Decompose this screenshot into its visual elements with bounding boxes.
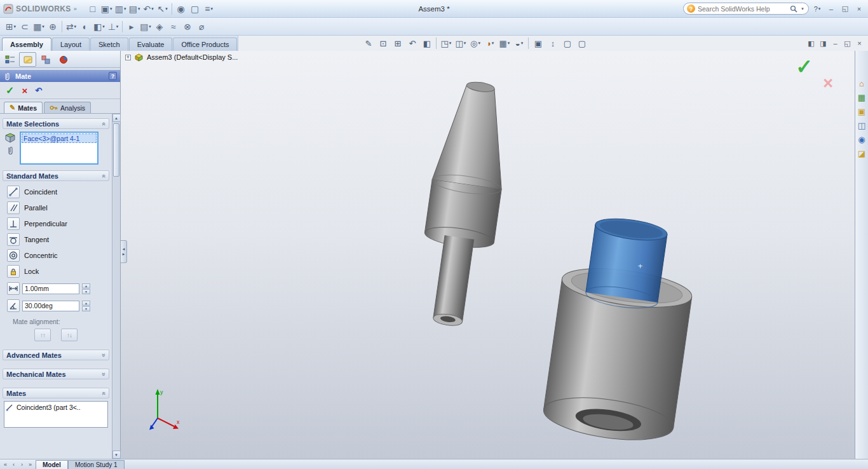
- cylinder-part[interactable]: [541, 212, 701, 447]
- parallel-mate-button[interactable]: Parallel: [3, 200, 109, 215]
- scrollbar-thumb[interactable]: [113, 123, 119, 177]
- propertymanager-tab[interactable]: [19, 52, 36, 67]
- angle-decrement-button[interactable]: ▼: [82, 306, 90, 311]
- move-component-button[interactable]: ⇄▾: [64, 20, 78, 34]
- rebuild-button[interactable]: ◉: [174, 2, 188, 16]
- new-button[interactable]: □: [86, 2, 100, 16]
- collapse-toolbar-button[interactable]: ▢: [574, 37, 589, 50]
- confirm-cancel-button[interactable]: ×: [823, 74, 833, 93]
- apply-scene-button[interactable]: ▦▾: [497, 37, 512, 50]
- search-icon[interactable]: [790, 5, 797, 13]
- model-scene[interactable]: + y x: [121, 51, 855, 459]
- smart-fasteners-button[interactable]: ⊕: [46, 20, 60, 34]
- design-library-button[interactable]: ▦: [856, 90, 868, 104]
- distance-increment-button[interactable]: ▲: [82, 283, 90, 289]
- search-scope-caret-icon[interactable]: ▾: [800, 3, 805, 15]
- angle-increment-button[interactable]: ▲: [82, 301, 90, 306]
- search-box[interactable]: ? ▾: [683, 3, 809, 15]
- menu-expand-icon[interactable]: »: [74, 6, 77, 12]
- mechanical-mates-header[interactable]: Mechanical Mates «: [3, 369, 109, 379]
- dimxpertmanager-tab[interactable]: [55, 52, 72, 67]
- full-screen-button[interactable]: ↕: [545, 37, 560, 50]
- solidworks-menu[interactable]: SOLIDWORKS »: [3, 4, 77, 14]
- file-properties-button[interactable]: ▢: [188, 2, 202, 16]
- collapse-right-pane-button[interactable]: ◨: [818, 38, 829, 49]
- minimize-button[interactable]: –: [825, 3, 837, 15]
- appearances-scenes-button[interactable]: ◉: [856, 132, 868, 146]
- collapse-left-pane-button[interactable]: ◧: [806, 38, 817, 49]
- mate-list-item[interactable]: Coincident3 (part 3<..: [6, 404, 106, 411]
- cancel-button[interactable]: ×: [22, 85, 27, 96]
- tab-model[interactable]: Model: [36, 460, 68, 469]
- featuremanager-tab[interactable]: [1, 52, 18, 67]
- new-motion-study-button[interactable]: ▸: [125, 20, 139, 34]
- ok-button[interactable]: ✓: [6, 85, 14, 97]
- coincident-mate-button[interactable]: Coincident: [3, 184, 109, 200]
- scroll-tabs-first-button[interactable]: «: [2, 461, 9, 468]
- angle-input[interactable]: [22, 301, 79, 311]
- collapse-section-icon[interactable]: «: [100, 391, 107, 395]
- distance-decrement-button[interactable]: ▼: [82, 289, 90, 294]
- section-view-button[interactable]: ◧: [419, 37, 434, 50]
- taper-pin-part[interactable]: [412, 78, 516, 330]
- exploded-view-button[interactable]: ◈: [153, 20, 166, 34]
- camera-button[interactable]: ▣: [531, 37, 545, 50]
- help-button[interactable]: ?▾: [811, 3, 823, 15]
- undo-button[interactable]: ↶: [35, 86, 42, 95]
- interference-detection-button[interactable]: ⊗: [180, 20, 194, 34]
- tab-analysis[interactable]: Analysis: [44, 102, 91, 113]
- explode-line-sketch-button[interactable]: ≈: [166, 20, 180, 34]
- mate-button[interactable]: ⊂: [18, 20, 32, 34]
- configurationmanager-tab[interactable]: [37, 52, 54, 67]
- concentric-mate-button[interactable]: Concentric: [3, 247, 109, 263]
- tab-evaluate[interactable]: Evaluate: [129, 37, 173, 51]
- graphics-area[interactable]: + y x +: [121, 51, 855, 459]
- tangent-mate-button[interactable]: Tangent: [3, 231, 109, 247]
- insert-components-button[interactable]: ⊞▾: [4, 20, 18, 34]
- mate-selections-header[interactable]: Mate Selections «: [3, 118, 109, 129]
- pm-help-button[interactable]: ?: [109, 72, 117, 80]
- tab-office-products[interactable]: Office Products: [173, 37, 237, 51]
- hide-show-items-button[interactable]: ◎▾: [468, 37, 482, 50]
- view-orientation-button[interactable]: ◳▾: [438, 37, 453, 50]
- mate-selections-box[interactable]: Face<3>@part 4-1: [20, 132, 98, 165]
- options-button[interactable]: ≡▾: [202, 2, 216, 16]
- previous-view-button[interactable]: ↶: [405, 37, 419, 50]
- linear-component-pattern-button[interactable]: ▦▾: [32, 20, 46, 34]
- edit-appearance-button[interactable]: ◑▾: [482, 37, 497, 50]
- aligned-button[interactable]: ↑↑: [34, 329, 51, 341]
- expand-section-icon[interactable]: «: [100, 372, 107, 376]
- scroll-up-button[interactable]: ▲: [112, 114, 121, 122]
- tab-layout[interactable]: Layout: [52, 37, 90, 51]
- display-style-button[interactable]: ◫▾: [453, 37, 468, 50]
- magnified-selection-button[interactable]: ✎: [361, 37, 376, 50]
- tab-assembly[interactable]: Assembly: [2, 37, 51, 51]
- scroll-tabs-prev-button[interactable]: ‹: [10, 461, 17, 468]
- zoom-to-fit-button[interactable]: ⊡: [376, 37, 390, 50]
- open-button[interactable]: ▣▾: [100, 2, 114, 16]
- tab-motion-study-1[interactable]: Motion Study 1: [68, 460, 125, 469]
- doc-minimize-button[interactable]: –: [830, 38, 841, 49]
- show-hidden-components-button[interactable]: ◐: [78, 20, 92, 34]
- perpendicular-mate-button[interactable]: Perpendicular: [3, 215, 109, 231]
- selected-face-item[interactable]: Face<3>@part 4-1: [22, 133, 97, 143]
- print-button[interactable]: ▤▾: [128, 2, 142, 16]
- anti-aligned-button[interactable]: ↑↓: [61, 329, 78, 341]
- collapse-section-icon[interactable]: «: [100, 122, 107, 126]
- select-button[interactable]: ↖▾: [156, 2, 170, 16]
- tab-sketch[interactable]: Sketch: [90, 37, 128, 51]
- mates-list-box[interactable]: Coincident3 (part 3<..: [4, 401, 108, 428]
- bill-of-materials-button[interactable]: ▤▾: [139, 20, 153, 34]
- reference-geometry-button[interactable]: ⊥▾: [106, 20, 120, 34]
- doc-restore-button[interactable]: ◱: [842, 38, 853, 49]
- zoom-to-area-button[interactable]: ⊞: [390, 37, 405, 50]
- assembly-features-button[interactable]: ◧▾: [92, 20, 106, 34]
- pm-scrollbar[interactable]: ▲ ▼: [112, 114, 120, 459]
- expand-icon[interactable]: +: [125, 55, 131, 60]
- confirm-ok-button[interactable]: ✓: [796, 55, 813, 79]
- panel-splitter[interactable]: ◂ ▸: [121, 240, 127, 263]
- scroll-down-button[interactable]: ▼: [112, 451, 121, 459]
- view-palette-button[interactable]: ◫: [856, 118, 868, 132]
- collapse-section-icon[interactable]: «: [100, 174, 107, 178]
- doc-close-button[interactable]: ×: [854, 38, 865, 49]
